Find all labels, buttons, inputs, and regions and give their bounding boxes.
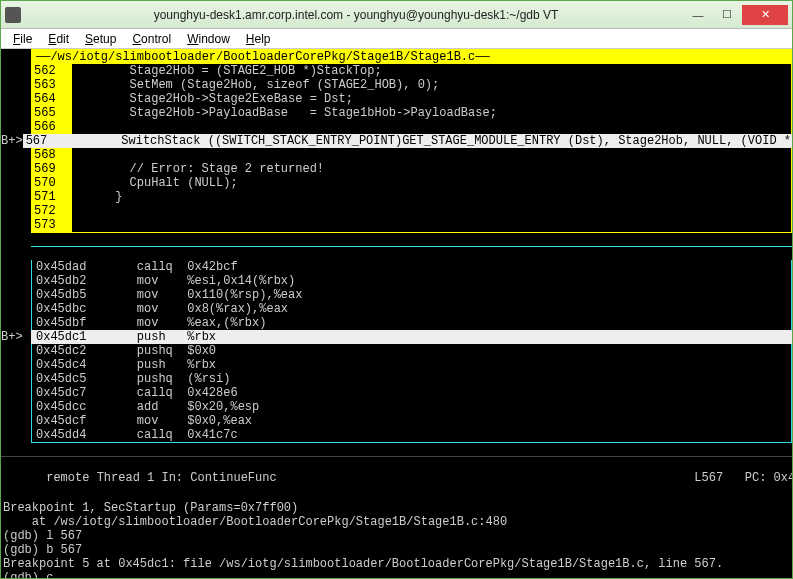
asm-row: 0x45dc5 pushq (%rsi) xyxy=(1,372,792,386)
window-buttons: — ☐ ✕ xyxy=(683,5,788,25)
asm-row: 0x45dad callq 0x42bcf xyxy=(1,260,792,274)
source-row: 564 Stage2Hob->Stage2ExeBase = Dst; xyxy=(1,92,792,106)
status-right: L567 PC: 0x45dc1 xyxy=(694,471,792,485)
breakpoint-marker xyxy=(1,428,31,442)
breakpoint-marker xyxy=(1,190,31,204)
breakpoint-marker xyxy=(1,260,31,274)
menubar: File Edit Setup Control Window Help xyxy=(1,29,792,49)
asm-pane-container: 0x45dad callq 0x42bcf 0x45db2 mov %esi,0… xyxy=(1,246,792,456)
asm-row: B+>0x45dc1 push %rbx xyxy=(1,330,792,344)
source-pane-container: ──/ws/iotg/slimbootloader/BootloaderCore… xyxy=(1,49,792,246)
app-icon xyxy=(5,7,21,23)
breakpoint-marker xyxy=(1,302,31,316)
cmd-line: (gdb) l 567 xyxy=(3,529,790,543)
source-row: B+>567 SwitchStack ((SWITCH_STACK_ENTRY_… xyxy=(1,134,792,148)
breakpoint-marker xyxy=(1,218,31,232)
line-number: 573 xyxy=(32,218,72,232)
line-number: 564 xyxy=(32,92,72,106)
line-number: 572 xyxy=(32,204,72,218)
line-number: 562 xyxy=(32,64,72,78)
asm-row: 0x45dbc mov 0x8(%rax),%eax xyxy=(1,302,792,316)
menu-file[interactable]: File xyxy=(5,32,40,46)
line-number: 566 xyxy=(32,120,72,134)
breakpoint-marker xyxy=(1,176,31,190)
breakpoint-marker xyxy=(1,372,31,386)
asm-row: 0x45dcf mov $0x0,%eax xyxy=(1,414,792,428)
breakpoint-marker xyxy=(1,106,31,120)
menu-edit[interactable]: Edit xyxy=(40,32,77,46)
breakpoint-marker xyxy=(1,400,31,414)
command-pane[interactable]: Breakpoint 1, SecStartup (Params=0x7ff00… xyxy=(1,499,792,578)
asm-row: 0x45dbf mov %eax,(%rbx) xyxy=(1,316,792,330)
line-number: 571 xyxy=(32,190,72,204)
source-filepath: ──/ws/iotg/slimbootloader/BootloaderCore… xyxy=(31,49,792,64)
source-row: 572 xyxy=(1,204,792,218)
breakpoint-marker xyxy=(1,78,31,92)
breakpoint-marker xyxy=(1,162,31,176)
source-row: 570 CpuHalt (NULL); xyxy=(1,176,792,190)
asm-row: 0x45db5 mov 0x110(%rsp),%eax xyxy=(1,288,792,302)
cmd-line: (gdb) c xyxy=(3,571,790,578)
source-row: 568 xyxy=(1,148,792,162)
maximize-button[interactable]: ☐ xyxy=(713,5,741,25)
cmd-line: Breakpoint 1, SecStartup (Params=0x7ff00… xyxy=(3,501,790,515)
breakpoint-marker: B+> xyxy=(1,330,31,344)
source-row: 565 Stage2Hob->PayloadBase = Stage1bHob-… xyxy=(1,106,792,120)
cmd-line: (gdb) b 567 xyxy=(3,543,790,557)
breakpoint-marker xyxy=(1,358,31,372)
breakpoint-marker: B+> xyxy=(1,134,23,148)
titlebar[interactable]: younghyu-desk1.amr.corp.intel.com - youn… xyxy=(1,1,792,29)
status-left: remote Thread 1 In: ContinueFunc xyxy=(46,471,276,485)
cmd-line: Breakpoint 5 at 0x45dc1: file /ws/iotg/s… xyxy=(3,557,790,571)
breakpoint-marker xyxy=(1,316,31,330)
asm-row: 0x45dc7 callq 0x428e6 xyxy=(1,386,792,400)
line-number: 563 xyxy=(32,78,72,92)
source-row: 566 xyxy=(1,120,792,134)
breakpoint-marker xyxy=(1,288,31,302)
breakpoint-marker xyxy=(1,64,31,78)
source-row: 571 } xyxy=(1,190,792,204)
minimize-button[interactable]: — xyxy=(684,5,712,25)
terminal-content[interactable]: ──/ws/iotg/slimbootloader/BootloaderCore… xyxy=(1,49,792,578)
asm-row: 0x45dcc add $0x20,%esp xyxy=(1,400,792,414)
menu-help[interactable]: Help xyxy=(238,32,279,46)
breakpoint-marker xyxy=(1,204,31,218)
source-row: 563 SetMem (Stage2Hob, sizeof (STAGE2_HO… xyxy=(1,78,792,92)
breakpoint-marker xyxy=(1,120,31,134)
menu-window[interactable]: Window xyxy=(179,32,238,46)
window-title: younghyu-desk1.amr.corp.intel.com - youn… xyxy=(29,8,683,22)
close-button[interactable]: ✕ xyxy=(742,5,788,25)
line-number: 565 xyxy=(32,106,72,120)
breakpoint-marker xyxy=(1,386,31,400)
line-number: 568 xyxy=(32,148,72,162)
line-number: 570 xyxy=(32,176,72,190)
source-row: 573 xyxy=(1,218,792,232)
asm-row: 0x45dd4 callq 0x41c7c xyxy=(1,428,792,442)
menu-control[interactable]: Control xyxy=(124,32,179,46)
asm-row: 0x45db2 mov %esi,0x14(%rbx) xyxy=(1,274,792,288)
breakpoint-marker xyxy=(1,274,31,288)
breakpoint-marker xyxy=(1,344,31,358)
line-number: 567 xyxy=(24,134,64,148)
main-window: younghyu-desk1.amr.corp.intel.com - youn… xyxy=(0,0,793,579)
breakpoint-marker xyxy=(1,148,31,162)
source-row: 562 Stage2Hob = (STAGE2_HOB *)StackTop; xyxy=(1,64,792,78)
source-row: 569 // Error: Stage 2 returned! xyxy=(1,162,792,176)
breakpoint-marker xyxy=(1,414,31,428)
line-number: 569 xyxy=(32,162,72,176)
status-line: remote Thread 1 In: ContinueFunc L567 PC… xyxy=(1,456,792,499)
menu-setup[interactable]: Setup xyxy=(77,32,124,46)
cmd-line: at /ws/iotg/slimbootloader/BootloaderCor… xyxy=(3,515,790,529)
asm-row: 0x45dc4 push %rbx xyxy=(1,358,792,372)
asm-row: 0x45dc2 pushq $0x0 xyxy=(1,344,792,358)
breakpoint-marker xyxy=(1,92,31,106)
